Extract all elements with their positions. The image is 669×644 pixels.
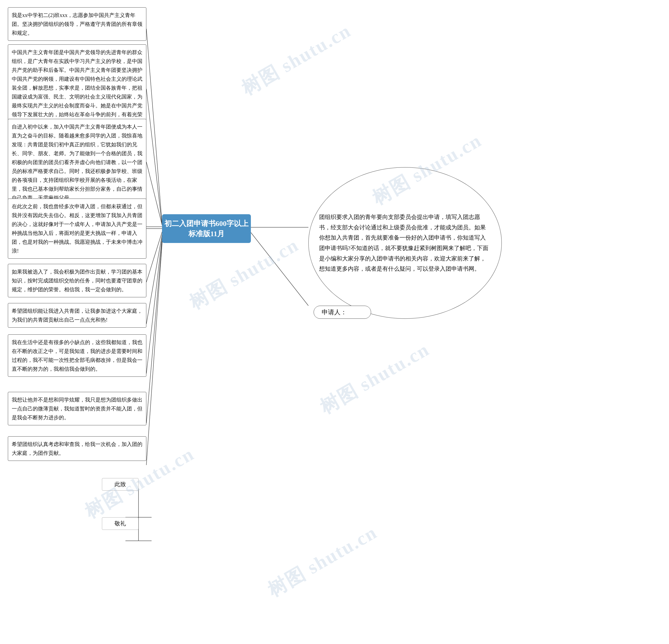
svg-line-8 — [146, 237, 162, 465]
svg-line-1 — [146, 89, 162, 225]
applicant-box: 申请人： — [314, 306, 371, 319]
box2: 中国共产主义青年团是中国共产党领导的先进青年的群众组织，是广大青年在实践中学习共… — [8, 44, 146, 131]
watermark-6: 树图 shutu.cn — [263, 520, 382, 602]
svg-line-7 — [146, 235, 162, 423]
box9-text: 希望团组织认真考虑和审查我，给我一次机会，加入团的大家庭，为团作贡献。 — [12, 441, 142, 456]
box7-text: 我在生活中还是有很多的小缺点的，这些我都知道，我也在不断的改正之中，可是我知道，… — [12, 339, 142, 372]
svg-line-4 — [146, 230, 162, 282]
close1-box: 此致 — [102, 478, 139, 491]
close2-box: 敬礼 — [102, 517, 139, 530]
box5-text: 如果我被选入了，我会积极为团作出贡献，学习团的基本知识，按时完成团组织交给的任务… — [12, 269, 142, 292]
center-title: 初二入团申请书600字以上标准版11月 — [162, 214, 251, 243]
close2-text: 敬礼 — [114, 520, 126, 527]
right-oval: 团组织要求入团的青年要向支部委员会提出申请，填写入团志愿书，经支部大会讨论通过和… — [308, 167, 502, 319]
svg-line-5 — [146, 232, 162, 324]
box2-text: 中国共产主义青年团是中国共产党领导的先进青年的群众组织，是广大青年在实践中学习共… — [12, 49, 142, 126]
svg-line-10 — [251, 232, 308, 306]
watermark-3: 树图 shutu.cn — [185, 232, 303, 315]
box9: 希望团组织认真考虑和审查我，给我一次机会，加入团的大家庭，为团作贡献。 — [8, 436, 146, 461]
box6: 希望团组织能让我进入共青团，让我参加进这个大家庭，为我们的共青团贡献出自己一点点… — [8, 303, 146, 328]
box4: 在此次之前，我也曾经多次申请入团，但都未获通过，但我并没有因此失去信心。相反，这… — [8, 199, 146, 259]
svg-line-2 — [146, 162, 162, 227]
watermark-1: 树图 shutu.cn — [237, 18, 355, 101]
title-text: 初二入团申请书600字以上标准版11月 — [162, 218, 251, 239]
svg-line-6 — [146, 233, 162, 374]
box4-text: 在此次之前，我也曾经多次申请入团，但都未获通过，但我并没有因此失去信心。相反，这… — [12, 203, 142, 254]
box1: 我是xx中学初二(2)班xxx，志愿参加中国共产主义青年团。坚决拥护团组织的领导… — [8, 7, 146, 41]
box5: 如果我被选入了，我会积极为团作出贡献，学习团的基本知识，按时完成团组织交给的任务… — [8, 264, 146, 297]
svg-line-0 — [146, 29, 162, 224]
right-oval-text: 团组织要求入团的青年要向支部委员会提出申请，填写入团志愿书，经支部大会讨论通过和… — [319, 212, 491, 274]
box3: 自进入初中以来，加入中国共产主义青年团便成为本人一直为之奋斗的目标。随着越来愈多… — [8, 119, 146, 205]
box1-text: 我是xx中学初二(2)班xxx，志愿参加中国共产主义青年团。坚决拥护团组织的领导… — [12, 12, 142, 36]
applicant-label: 申请人： — [322, 309, 347, 316]
box8: 我想让他并不是想和同学炫耀，我只是想为团组织多做出一点自己的微薄贡献，我知道暂时… — [8, 392, 146, 425]
box6-text: 希望团组织能让我进入共青团，让我参加进这个大家庭，为我们的共青团贡献出自己一点点… — [12, 308, 142, 323]
close1-text: 此致 — [114, 481, 126, 487]
box3-text: 自进入初中以来，加入中国共产主义青年团便成为本人一直为之奋斗的目标。随着越来愈多… — [12, 124, 142, 201]
watermark-4: 树图 shutu.cn — [315, 337, 434, 419]
box7: 我在生活中还是有很多的小缺点的，这些我都知道，我也在不断的改正之中，可是我知道，… — [8, 334, 146, 377]
box8-text: 我想让他并不是想和同学炫耀，我只是想为团组织多做出一点自己的微薄贡献，我知道暂时… — [12, 397, 142, 420]
